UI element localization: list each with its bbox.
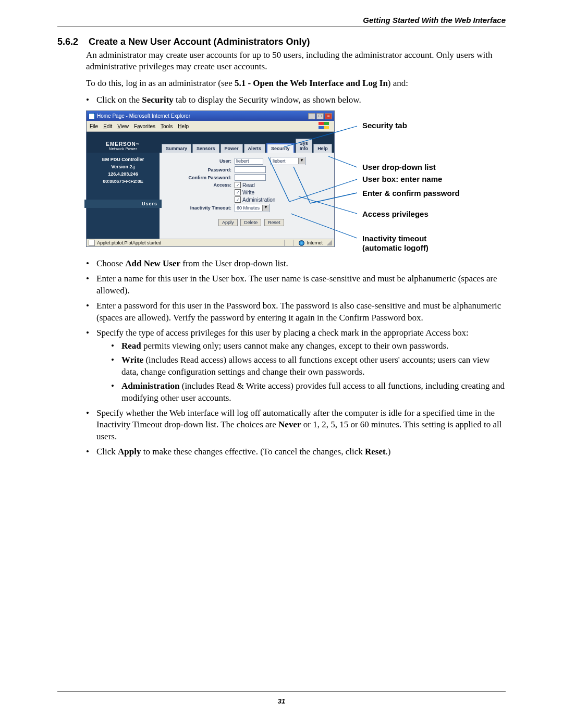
statusbar: Applet ptplot.PlotApplet started Interne… [87,239,334,246]
reset-button[interactable]: Reset [264,219,284,226]
close-button[interactable]: × [325,113,332,119]
access-read-desc: Read permits viewing only; users cannot … [111,340,506,352]
step-enter-name: Enter a name for this user in the User b… [86,273,506,297]
page-number: 31 [57,697,506,705]
write-checkbox[interactable]: ✓ [235,189,241,195]
user-label: User: [164,158,235,164]
applet-icon [89,240,95,246]
window-title: Home Page - Microsoft Internet Explorer [97,113,190,119]
ie-icon [89,113,95,119]
tab-alerts[interactable]: Alerts [244,144,266,153]
chevron-down-icon: ▼ [262,205,269,211]
zone-icon [299,240,304,246]
section-number: 5.6.2 [57,36,78,47]
access-admin-desc: Administration (includes Read & Write ac… [111,380,506,404]
sidebar-ip: 126.4.203.246 [108,171,138,177]
delete-button[interactable]: Delete [240,219,261,226]
menu-bar: File Edit View Favorites Tools Help [87,121,334,132]
minimize-button[interactable]: _ [308,113,315,119]
password-input[interactable] [235,166,266,173]
callout-timeout-1: Inactivity timeout [362,234,426,243]
user-dropdown[interactable]: liebert ▼ [271,157,305,165]
window-titlebar: Home Page - Microsoft Internet Explorer … [87,111,334,121]
tab-summary[interactable]: Summary [162,144,191,153]
step-enter-password: Enter a password for this user in the Pa… [86,300,506,324]
step-inactivity-timeout: Specify whether the Web interface will l… [86,408,506,443]
screenshot-figure: Home Page - Microsoft Internet Explorer … [86,110,511,254]
top-rule [57,27,506,27]
confirm-password-input[interactable] [235,174,266,181]
password-label: Password: [164,167,235,172]
callout-access: Access privileges [362,209,429,218]
brand-banner: EMERSON™ Network Power Summary Sensors P… [87,132,334,153]
read-checkbox-label: Read [242,182,255,188]
maximize-button[interactable]: □ [316,113,324,119]
section-title-text: Create a New User Account (Administrator… [89,36,310,47]
step-specify-access: Specify the type of access privileges fo… [86,327,506,404]
step-choose-add-new-user: Choose Add New User from the User drop-d… [86,258,506,270]
admin-checkbox-label: Administration [242,197,275,203]
tab-sensors[interactable]: Sensors [192,144,219,153]
callout-timeout-2: (automatic logoff) [362,243,429,252]
tab-sysinfo[interactable]: Sys Info [296,139,313,153]
resize-grip-icon [327,240,332,245]
browser-window: Home Page - Microsoft Internet Explorer … [86,110,335,247]
user-input[interactable]: liebert [235,158,263,165]
write-checkbox-label: Write [242,190,254,195]
callout-security-tab: Security tab [362,121,407,130]
intro-paragraph-1: An administrator may create user account… [86,50,506,72]
windows-flag-icon [319,122,331,130]
sidebar: EM PDU Controller Version 2.j 126.4.203.… [87,153,160,239]
callout-password: Enter & confirm password [362,189,460,198]
menu-file[interactable]: File [90,124,98,129]
callout-user-box: User box: enter name [362,175,442,183]
access-label: Access: [164,182,235,188]
chevron-down-icon: ▼ [298,158,305,164]
step-click-apply: Click Apply to make these changes effect… [86,446,506,458]
menu-edit[interactable]: Edit [103,124,112,129]
page-header: Getting Started With the Web Interface [57,16,506,24]
apply-button[interactable]: Apply [218,219,238,226]
menu-favorites[interactable]: Favorites [134,124,155,129]
menu-tools[interactable]: Tools [161,124,173,129]
xref-open-web-interface: 5.1 - Open the Web Interface and Log In [235,78,388,88]
read-checkbox[interactable]: ✓ [235,182,241,188]
timeout-dropdown[interactable]: 60 Minutes ▼ [235,204,270,212]
callout-user-dropdown: User drop-down list [362,163,436,171]
status-text: Applet ptplot.PlotApplet started [97,240,162,245]
brand-subtitle: Network Power [87,147,160,151]
tab-security[interactable]: Security [266,143,295,153]
access-write-desc: Write (includes Read access) allows acce… [111,354,506,378]
tab-strip: Summary Sensors Power Alerts Security Sy… [160,139,335,153]
tab-help[interactable]: Help [313,144,332,153]
timeout-label: Inactivity Timeout: [164,205,235,211]
confirm-password-label: Confirm Password: [164,175,235,180]
intro-paragraph-2: To do this, log in as an administrator (… [86,78,506,89]
bottom-rule [57,692,506,692]
zone-text: Internet [307,240,323,245]
tab-power[interactable]: Power [221,144,243,153]
sidebar-title: EM PDU Controller [102,157,144,162]
admin-checkbox[interactable]: ✓ [235,196,241,203]
sidebar-item-users[interactable]: Users [84,200,162,208]
form-area: User: liebert liebert ▼ Password: Confir [160,153,334,239]
sidebar-mac: 00:08:67:FF:F2:0E [103,179,143,184]
menu-view[interactable]: View [117,124,129,129]
step-click-security: Click on the Security tab to display the… [86,94,506,106]
section-heading: 5.6.2Create a New User Account (Administ… [57,36,506,47]
sidebar-version: Version 2.j [111,164,134,169]
brand-name: EMERSON [106,141,136,147]
menu-help[interactable]: Help [178,124,189,129]
